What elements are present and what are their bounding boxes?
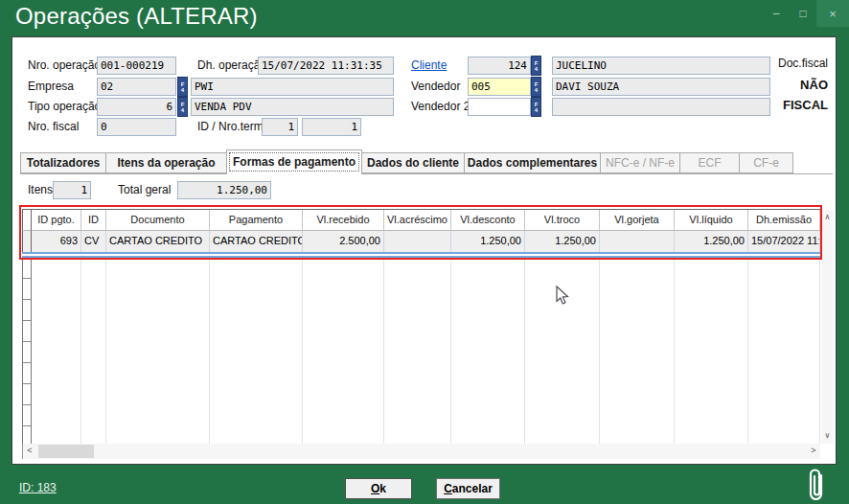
ok-button[interactable]: Ok	[345, 478, 412, 499]
cliente-link[interactable]: Cliente	[411, 57, 447, 75]
tab-cfe: CF-e	[739, 152, 793, 173]
maximize-button[interactable]: □	[790, 0, 816, 27]
cliente-name-field: JUCELINO	[552, 57, 770, 75]
close-button[interactable]: ×	[816, 0, 849, 27]
column-header-vl-desconto[interactable]: Vl.desconto	[451, 210, 525, 231]
cell-id[interactable]: CV	[81, 231, 106, 252]
cell-documento[interactable]: CARTAO CREDITO	[106, 231, 210, 252]
column-header-id[interactable]: ID	[81, 210, 106, 231]
indicator-column	[22, 258, 32, 444]
grid-header-row: ID pgto. ID Documento Pagamento Vl.receb…	[22, 210, 820, 231]
doc-fiscal-value-line1: NÃO	[800, 78, 828, 92]
row-indicator-cell	[22, 231, 32, 252]
column-header-vl-liquido[interactable]: Vl.líquido	[675, 210, 748, 231]
cliente-f4-lookup-button[interactable]: F 4	[531, 56, 541, 76]
column-header-pagamento[interactable]: Pagamento	[210, 210, 303, 231]
column-header-dh-emissao[interactable]: Dh.emissão	[748, 210, 820, 231]
chevron-down-icon: ∨	[825, 431, 831, 440]
cell-vl-troco[interactable]: 1.250,00	[525, 231, 600, 252]
cell-vl-desconto[interactable]: 1.250,00	[451, 231, 525, 252]
horizontal-scrollbar[interactable]: < >	[22, 444, 820, 459]
tab-itens-da-operacao[interactable]: Itens da operação	[105, 152, 227, 173]
tab-formas-de-pagamento[interactable]: Formas de pagamento	[226, 149, 362, 174]
itens-count-field: 1	[53, 181, 91, 199]
cell-id-pgto[interactable]: 693	[32, 231, 81, 252]
minimize-button[interactable]: –	[763, 0, 790, 27]
scroll-left-button[interactable]: <	[23, 444, 36, 459]
column-header-documento[interactable]: Documento	[106, 210, 210, 231]
doc-fiscal-label: Doc.fiscal	[778, 57, 828, 70]
nro-operacao-field: 001-000219	[97, 57, 176, 75]
vendedor-code-input[interactable]	[468, 78, 531, 96]
cell-vl-gorjeta[interactable]	[600, 231, 675, 252]
f4-icon: 4	[181, 87, 184, 93]
paperclip-icon[interactable]	[806, 467, 827, 504]
payment-row[interactable]: 693 CV CARTAO CREDITO CARTAO CREDITO 2.5…	[22, 231, 820, 252]
cell-vl-recebido[interactable]: 2.500,00	[303, 231, 384, 252]
tipo-operacao-name-field: VENDA PDV	[191, 98, 394, 116]
tab-dados-do-cliente[interactable]: Dados do cliente	[361, 152, 465, 173]
tab-strip: Totalizadores Itens da operação Formas d…	[20, 152, 793, 173]
scroll-right-button[interactable]: >	[807, 444, 820, 459]
f4-icon: 4	[535, 66, 538, 72]
vendedor2-code-input[interactable]	[468, 98, 531, 116]
cell-vl-acrescimo[interactable]	[384, 231, 451, 252]
vendedor2-label: Vendedor 2	[411, 98, 470, 116]
column-header-vl-gorjeta[interactable]: Vl.gorjeta	[600, 210, 675, 231]
dh-operacao-field: 15/07/2022 11:31:35	[258, 57, 394, 75]
window-controls: – □ ×	[763, 0, 849, 29]
itens-label: Itens	[28, 181, 53, 199]
column-header-vl-acrescimo[interactable]: Vl.acréscimo	[384, 210, 451, 231]
vendedor-f4-lookup-button[interactable]: F 4	[531, 77, 541, 97]
tab-totalizadores[interactable]: Totalizadores	[20, 152, 106, 173]
total-geral-field: 1.250,00	[177, 181, 271, 199]
vendedor-name-field: DAVI SOUZA	[552, 78, 770, 96]
tab-dados-complementares[interactable]: Dados complementares	[464, 152, 601, 173]
tab-nfce-nfe: NFC-e / NF-e	[600, 152, 680, 173]
cell-vl-liquido[interactable]: 1.250,00	[675, 231, 748, 252]
cell-dh-emissao[interactable]: 15/07/2022 11:32	[748, 231, 820, 252]
tipo-operacao-f4-lookup-button[interactable]: F 4	[177, 97, 188, 117]
empresa-label: Empresa	[28, 78, 74, 96]
f4-icon: 4	[181, 107, 184, 113]
grid-indicator-header	[22, 210, 32, 231]
total-geral-label: Total geral	[118, 181, 171, 199]
chevron-right-icon: >	[811, 446, 815, 455]
tipo-operacao-code-field: 6	[97, 98, 176, 116]
record-id-link[interactable]: ID: 183	[19, 481, 57, 494]
tab-ecf: ECF	[679, 152, 740, 173]
scroll-down-button[interactable]: ∨	[821, 428, 834, 444]
id-nro-term-label: ID / Nro.term.	[197, 118, 266, 136]
empresa-f4-lookup-button[interactable]: F 4	[177, 77, 188, 97]
column-header-vl-troco[interactable]: Vl.troco	[525, 210, 600, 231]
nro-fiscal-label: Nro. fiscal	[28, 118, 79, 136]
cell-pagamento[interactable]: CARTAO CREDITO	[210, 231, 303, 252]
close-icon: ×	[829, 7, 837, 21]
vertical-scrollbar[interactable]: ∧ ∨	[821, 210, 834, 444]
nro-operacao-label: Nro. operação	[28, 57, 101, 75]
doc-fiscal-value-line2: FISCAL	[783, 98, 828, 112]
cancel-button[interactable]: Cancelar	[436, 478, 500, 499]
horizontal-scrollbar-thumb[interactable]	[38, 445, 94, 458]
empresa-code-field: 02	[97, 78, 176, 96]
id-term-field: 1	[262, 118, 298, 136]
nro-fiscal-field: 0	[97, 118, 176, 136]
tab-strip-baseline	[20, 173, 833, 174]
minimize-icon: –	[773, 7, 780, 20]
vendedor2-f4-lookup-button[interactable]: F 4	[531, 97, 541, 117]
grid-empty-body	[22, 258, 820, 444]
window-title: Operações (ALTERAR)	[15, 3, 258, 30]
window: Operações (ALTERAR) – □ × Nro. operação …	[0, 0, 849, 504]
cliente-code-field: 124	[468, 57, 531, 75]
column-header-id-pgto[interactable]: ID pgto.	[32, 210, 81, 231]
chevron-up-icon: ∧	[825, 213, 831, 221]
f4-icon: 4	[535, 107, 538, 113]
vendedor2-name-field	[552, 98, 770, 116]
column-header-vl-recebido[interactable]: Vl.recebido	[303, 210, 384, 231]
vendedor-label: Vendedor	[411, 78, 460, 96]
tipo-operacao-label: Tipo operação	[28, 98, 101, 116]
empresa-name-field: PWI	[191, 78, 394, 96]
scroll-up-button[interactable]: ∧	[821, 210, 834, 225]
f4-icon: 4	[535, 87, 538, 93]
nro-term-field: 1	[302, 118, 361, 136]
